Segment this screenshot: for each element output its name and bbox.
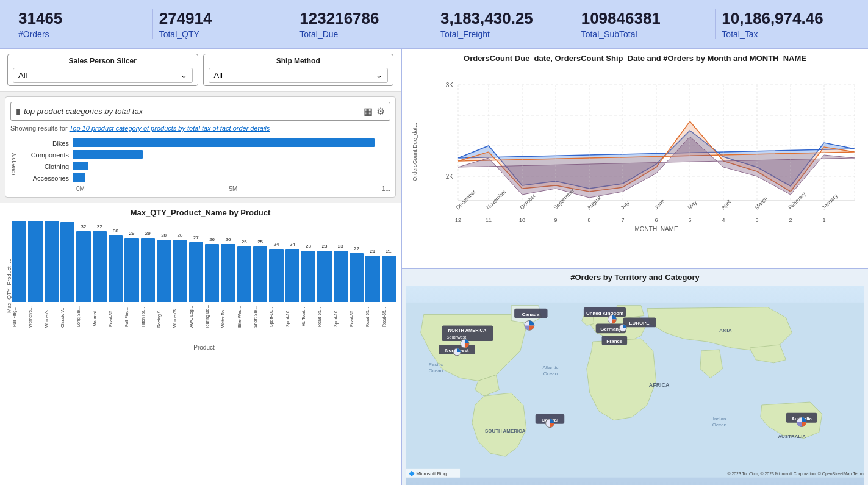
svg-text:6: 6 xyxy=(655,217,658,223)
showing-link[interactable]: Top 10 product category of products by t… xyxy=(70,124,270,132)
chart-label-bikes: Bikes xyxy=(18,140,73,147)
bar-xlabel: Short-Sle... xyxy=(253,303,267,331)
bottom-left-y-label: Max_QTY_Product_... xyxy=(5,221,12,351)
kpi-tax: 10,186,974.46 Total_Tax xyxy=(716,9,856,39)
bar-item[interactable]: 26Touring Bo... xyxy=(205,244,219,331)
kpi-bar: 31465 #Orders 274914 Total_QTY 123216786… xyxy=(0,0,868,49)
bar-col: 26 xyxy=(205,244,219,302)
chart-bar-clothing xyxy=(73,162,390,171)
bar-item[interactable]: 30Road-35... xyxy=(109,235,123,331)
svg-text:2: 2 xyxy=(789,217,792,223)
kpi-subtotal-value: 109846381 xyxy=(581,9,709,28)
bar-item[interactable]: 23Sport-10... xyxy=(334,251,348,331)
bar-item[interactable]: 26Water Bo... xyxy=(221,244,235,331)
bar-num: 25 xyxy=(253,239,267,245)
bar-xlabel: Sport-10... xyxy=(285,303,299,331)
chart-label-accessories: Accessories xyxy=(18,174,73,182)
bar-col: 28 xyxy=(157,240,171,302)
bottom-left-x-label: Product xyxy=(12,344,396,351)
bar-col: 32 xyxy=(93,231,107,302)
bar-xlabel: Women'S... xyxy=(173,303,187,331)
bar-item[interactable]: 32Long-Sle... xyxy=(76,231,90,331)
bar-xlabel: Sport-10... xyxy=(334,303,348,331)
ship-method-value: All xyxy=(214,71,223,80)
kpi-orders-value: 31465 xyxy=(18,9,146,28)
bar-col: 22 xyxy=(350,253,364,302)
bar-item[interactable]: 25Short-Sle... xyxy=(253,246,267,331)
bar-xlabel: Road-35... xyxy=(350,303,364,331)
category-chart: Bikes Components Clothing xyxy=(18,137,390,192)
bar-item[interactable]: 29Hitch Ra... xyxy=(141,238,155,331)
bar-item[interactable]: 23Road-65... xyxy=(317,251,331,331)
sales-person-dropdown[interactable]: All ⌄ xyxy=(13,68,193,83)
bar-num: 28 xyxy=(173,232,187,238)
ship-method-dropdown[interactable]: All ⌄ xyxy=(209,68,389,83)
copy-icon[interactable]: ▦ xyxy=(364,106,373,117)
ship-method-title: Ship Method xyxy=(209,57,389,65)
svg-text:June: June xyxy=(653,198,665,211)
svg-text:2K: 2K xyxy=(446,173,454,180)
bar-item[interactable]: 28Racing S... xyxy=(157,240,171,331)
bar-num: 21 xyxy=(365,248,379,254)
svg-text:5: 5 xyxy=(688,217,691,223)
bar-item[interactable]: 27AWC Log... xyxy=(189,242,203,331)
bar-item[interactable]: 36Classic V... xyxy=(60,222,74,331)
svg-text:France: France xyxy=(606,339,623,344)
bar-item[interactable]: 23HL Touri... xyxy=(301,251,315,331)
map-title: #Orders by Territory and Category xyxy=(406,273,864,282)
bottom-right-panel: #Orders by Territory and Category xyxy=(402,269,868,486)
chevron-down-icon: ⌄ xyxy=(181,71,187,80)
chevron-down-icon-2: ⌄ xyxy=(376,71,382,80)
bar-col: 40 xyxy=(45,221,59,302)
bar-item[interactable]: 28Women'S... xyxy=(173,240,187,331)
bar-item[interactable]: 32Mountai... xyxy=(93,231,107,331)
chart-bar-bikes xyxy=(73,138,390,148)
bar-bikes[interactable] xyxy=(73,138,375,147)
chart-label-clothing: Clothing xyxy=(18,163,73,170)
sales-person-title: Sales Person Slicer xyxy=(13,57,193,65)
svg-text:Germany: Germany xyxy=(600,326,622,332)
bar-item[interactable]: 24Sport-10... xyxy=(285,249,299,331)
bar-item[interactable]: 21Road-65... xyxy=(382,256,396,331)
bar-accessories[interactable] xyxy=(73,173,85,182)
bar-item[interactable]: 22Road-35... xyxy=(350,253,364,331)
settings-icon[interactable]: ⚙ xyxy=(376,106,385,117)
bar-col: 29 xyxy=(141,238,155,302)
bar-item[interactable]: 21Road-65... xyxy=(365,256,379,331)
bar-col: 27 xyxy=(189,242,203,302)
bottom-left-chart-wrapper: Max_QTY_Product_... 44Full-Fing...41Wome… xyxy=(5,221,396,351)
svg-text:October: October xyxy=(518,193,537,211)
bar-item[interactable]: 44Full-Fing... xyxy=(12,221,26,331)
bar-xlabel: Women's... xyxy=(45,303,59,331)
top-right-title: OrdersCount Due_date, OrdersCount Ship_D… xyxy=(409,54,861,63)
bar-num: 21 xyxy=(382,248,396,254)
bar-item[interactable]: 24Sport-10... xyxy=(269,249,283,331)
chart-label-components: Components xyxy=(18,151,73,159)
bar-item[interactable]: 29Full-Fing... xyxy=(124,238,138,331)
svg-text:1: 1 xyxy=(822,217,825,223)
bar-xlabel: Full-Fing... xyxy=(124,303,138,331)
kpi-qty-label: Total_QTY xyxy=(159,29,287,39)
svg-text:SOUTH AMERICA: SOUTH AMERICA xyxy=(485,428,526,433)
bar-components[interactable] xyxy=(73,150,143,159)
svg-text:July: July xyxy=(619,199,631,211)
svg-text:8: 8 xyxy=(587,217,590,223)
bar-item[interactable]: 41Women's... xyxy=(28,221,42,331)
svg-text:AFRICA: AFRICA xyxy=(649,382,670,388)
ai-actions: ▦ ⚙ xyxy=(364,106,385,117)
bar-col: 24 xyxy=(285,249,299,302)
kpi-orders: 31465 #Orders xyxy=(12,9,153,39)
category-chart-wrapper: Category Bikes Components xyxy=(10,137,390,192)
kpi-tax-label: Total_Tax xyxy=(722,29,850,39)
ai-search-text: top product categories by total tax xyxy=(24,107,364,116)
bar-num: 32 xyxy=(76,224,90,229)
bar-clothing[interactable] xyxy=(73,162,88,170)
bar-num: 27 xyxy=(189,235,203,240)
ai-visual: ▮ top product categories by total tax ▦ … xyxy=(5,96,396,198)
bar-item[interactable]: 40Women's... xyxy=(45,221,59,331)
svg-text:3: 3 xyxy=(755,217,758,223)
svg-text:3K: 3K xyxy=(446,82,454,88)
bar-item[interactable]: 25Bike Was... xyxy=(237,246,251,331)
kpi-freight-label: Total_Freight xyxy=(440,29,569,39)
kpi-orders-label: #Orders xyxy=(18,29,146,39)
